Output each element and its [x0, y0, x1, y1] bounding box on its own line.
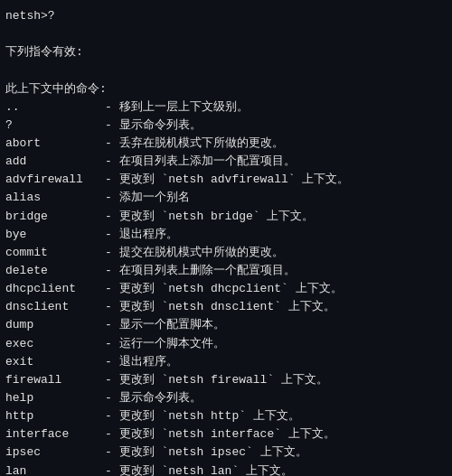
- header-context-commands: 此上下文中的命令:: [5, 80, 107, 98]
- command-name: exit: [5, 353, 105, 371]
- command-row: abort- 丢弃在脱机模式下所做的更改。: [5, 135, 447, 153]
- command-name: firewall: [5, 371, 105, 389]
- command-desc: - 退出程序。: [105, 226, 178, 244]
- command-name: alias: [5, 189, 105, 207]
- command-row: ipsec- 更改到 `netsh ipsec` 上下文。: [5, 443, 447, 462]
- command-name: dnsclient: [5, 298, 105, 316]
- command-name: dump: [5, 316, 105, 334]
- command-name: lan: [5, 462, 105, 476]
- prompt-text: netsh>?: [5, 7, 55, 25]
- header-line-2: 此上下文中的命令:: [5, 80, 447, 98]
- command-name: help: [5, 389, 105, 407]
- command-row: dnsclient- 更改到 `netsh dnsclient` 上下文。: [5, 298, 447, 316]
- terminal-window: netsh>? 下列指令有效: 此上下文中的命令: ..- 移到上一层上下文级别…: [0, 0, 452, 476]
- command-name: ..: [5, 98, 105, 117]
- command-row: dump- 显示一个配置脚本。: [5, 316, 447, 334]
- command-row: delete- 在项目列表上删除一个配置项目。: [5, 262, 447, 280]
- command-name: advfirewall: [5, 171, 105, 189]
- command-desc: - 更改到 `netsh http` 上下文。: [105, 407, 300, 425]
- command-name: interface: [5, 425, 105, 443]
- command-row: alias- 添加一个别名: [5, 189, 447, 207]
- blank-line-1: [5, 25, 447, 43]
- header-valid-commands: 下列指令有效:: [5, 43, 83, 61]
- command-row: interface- 更改到 `netsh interface` 上下文。: [5, 425, 447, 443]
- command-desc: - 在项目列表上添加一个配置项目。: [105, 153, 296, 171]
- command-desc: - 更改到 `netsh lan` 上下文。: [105, 462, 293, 476]
- command-desc: - 运行一个脚本文件。: [105, 335, 225, 353]
- command-name: http: [5, 407, 105, 425]
- command-row: bye- 退出程序。: [5, 226, 447, 244]
- command-row: exit- 退出程序。: [5, 353, 447, 371]
- prompt-line: netsh>?: [5, 7, 447, 25]
- command-name: dhcpclient: [5, 280, 105, 298]
- command-desc: - 更改到 `netsh firewall` 上下文。: [105, 371, 328, 389]
- command-row: bridge- 更改到 `netsh bridge` 上下文。: [5, 208, 447, 226]
- command-desc: - 更改到 `netsh dnsclient` 上下文。: [105, 298, 335, 316]
- command-desc: - 显示命令列表。: [105, 389, 202, 407]
- command-desc: - 添加一个别名: [105, 189, 190, 207]
- command-name: delete: [5, 262, 105, 280]
- command-name: exec: [5, 335, 105, 353]
- command-name: bye: [5, 226, 105, 244]
- command-desc: - 更改到 `netsh advfirewall` 上下文。: [105, 171, 349, 189]
- command-row: lan- 更改到 `netsh lan` 上下文。: [5, 462, 447, 476]
- command-row: firewall- 更改到 `netsh firewall` 上下文。: [5, 371, 447, 389]
- command-desc: - 移到上一层上下文级别。: [105, 98, 249, 117]
- command-name: ipsec: [5, 443, 105, 462]
- command-row: dhcpclient- 更改到 `netsh dhcpclient` 上下文。: [5, 280, 447, 298]
- blank-line-2: [5, 61, 447, 79]
- command-row: exec- 运行一个脚本文件。: [5, 335, 447, 353]
- command-desc: - 显示一个配置脚本。: [105, 316, 225, 334]
- command-desc: - 退出程序。: [105, 353, 178, 371]
- command-row: http- 更改到 `netsh http` 上下文。: [5, 407, 447, 425]
- command-row: ..- 移到上一层上下文级别。: [5, 98, 447, 117]
- command-name: ?: [5, 117, 105, 135]
- command-row: help- 显示命令列表。: [5, 389, 447, 407]
- command-row: add- 在项目列表上添加一个配置项目。: [5, 153, 447, 171]
- command-desc: - 丢弃在脱机模式下所做的更改。: [105, 135, 284, 153]
- command-row: ?- 显示命令列表。: [5, 117, 447, 135]
- command-name: add: [5, 153, 105, 171]
- command-row: commit- 提交在脱机模式中所做的更改。: [5, 244, 447, 262]
- command-desc: - 更改到 `netsh interface` 上下文。: [105, 425, 335, 443]
- commands-list: ..- 移到上一层上下文级别。?- 显示命令列表。abort- 丢弃在脱机模式下…: [5, 98, 447, 476]
- header-line-1: 下列指令有效:: [5, 43, 447, 61]
- command-desc: - 更改到 `netsh ipsec` 上下文。: [105, 443, 307, 462]
- command-desc: - 更改到 `netsh dhcpclient` 上下文。: [105, 280, 343, 298]
- command-name: bridge: [5, 208, 105, 226]
- command-desc: - 更改到 `netsh bridge` 上下文。: [105, 208, 314, 226]
- command-desc: - 显示命令列表。: [105, 117, 202, 135]
- command-name: abort: [5, 135, 105, 153]
- command-desc: - 提交在脱机模式中所做的更改。: [105, 244, 284, 262]
- command-row: advfirewall- 更改到 `netsh advfirewall` 上下文…: [5, 171, 447, 189]
- command-name: commit: [5, 244, 105, 262]
- command-desc: - 在项目列表上删除一个配置项目。: [105, 262, 296, 280]
